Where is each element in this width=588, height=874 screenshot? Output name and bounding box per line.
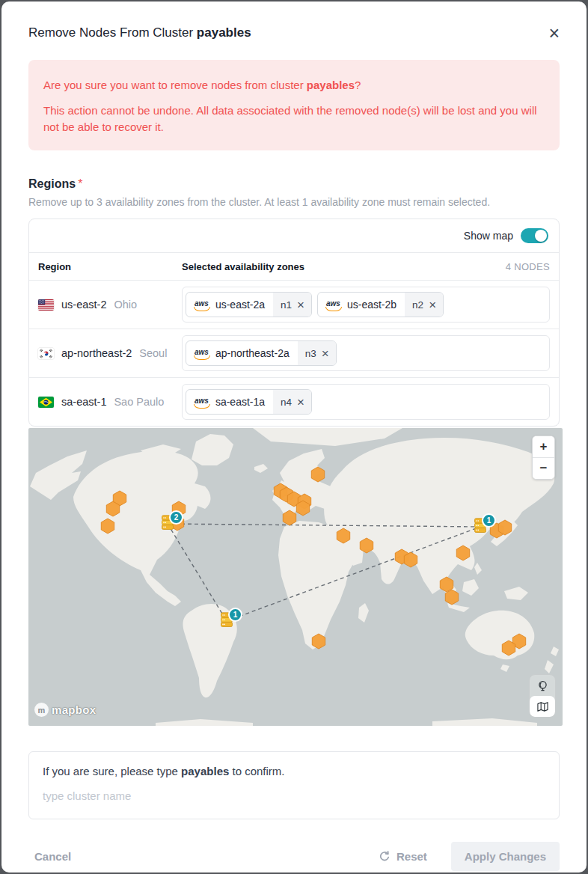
table-row: ap-northeast-2 Seoul awsap-northeast-2a …: [29, 329, 559, 378]
region-hexagon[interactable]: [101, 519, 114, 534]
world-map-canvas: [28, 428, 563, 726]
regions-table: Show map Region Selected availability zo…: [28, 218, 560, 427]
region-hexagon[interactable]: [311, 467, 324, 482]
warning-banner: Are you sure you want to remove nodes fr…: [28, 60, 560, 150]
zones-input[interactable]: awsap-northeast-2a n3×: [182, 335, 550, 371]
zones-input[interactable]: awsus-east-2a n1× awsus-east-2b n2×: [182, 287, 550, 323]
region-hexagon[interactable]: [498, 520, 511, 535]
remove-zone-icon[interactable]: ×: [429, 299, 436, 311]
region-hexagon[interactable]: [283, 510, 295, 525]
aws-logo-icon: aws: [195, 397, 209, 407]
table-row: sa-east-1 Sao Paulo awssa-east-1a n4×: [29, 378, 559, 426]
reset-icon: [379, 851, 391, 863]
toggle-knob: [535, 230, 547, 242]
az-chip-zone: us-east-2b: [347, 299, 396, 311]
reset-label: Reset: [396, 850, 427, 863]
region-hexagon[interactable]: [502, 641, 515, 656]
region-name: us-east-2: [61, 299, 106, 311]
az-chip-zone: us-east-2a: [215, 299, 265, 311]
map-zoom-control: + −: [532, 436, 555, 480]
table-row: us-east-2 Ohio awsus-east-2a n1× awsus-e…: [29, 281, 559, 329]
selected-region-marker[interactable]: 1: [474, 517, 490, 535]
az-chip-zone: sa-east-1a: [215, 396, 265, 408]
az-chip: awsap-northeast-2a n3×: [186, 340, 337, 366]
globe-icon: [536, 679, 549, 692]
region-location: Seoul: [139, 347, 167, 359]
region-hexagon[interactable]: [404, 552, 417, 567]
zoom-in-button[interactable]: +: [533, 436, 554, 457]
confirm-box: If you are sure, please type payables to…: [28, 751, 560, 819]
close-icon[interactable]: ×: [548, 25, 560, 40]
remove-nodes-modal: Remove Nodes From Cluster payables × Are…: [1, 1, 587, 873]
warning-line-1: Are you sure you want to remove nodes fr…: [43, 77, 545, 94]
reset-button[interactable]: Reset: [377, 846, 429, 867]
modal-title: Remove Nodes From Cluster payables: [28, 25, 251, 40]
az-chip: awsus-east-2a n1×: [186, 292, 312, 317]
aws-logo-icon: aws: [195, 349, 209, 358]
zoom-out-button[interactable]: −: [533, 458, 554, 479]
map-view-button[interactable]: [530, 696, 555, 717]
cancel-button[interactable]: Cancel: [28, 846, 77, 867]
world-map[interactable]: 2 1: [28, 428, 563, 726]
modal-title-text: Remove Nodes From Cluster: [28, 25, 193, 40]
region-location: Ohio: [114, 299, 137, 311]
selected-region-marker[interactable]: 2: [161, 514, 177, 532]
mapbox-wordmark: mapbox: [52, 703, 96, 716]
az-chip-node: n4: [281, 397, 292, 408]
modal-footer: Cancel Reset Apply Changes: [28, 842, 560, 873]
region-hexagon[interactable]: [312, 634, 325, 649]
us-flag-icon: [38, 299, 54, 311]
az-chip-node: n2: [412, 299, 423, 311]
nodes-count-label: 4 NODES: [506, 261, 550, 272]
remove-zone-icon[interactable]: ×: [297, 299, 304, 311]
region-hexagon[interactable]: [106, 501, 119, 516]
az-chip-node: n1: [281, 299, 292, 311]
apply-changes-button[interactable]: Apply Changes: [451, 842, 560, 871]
modal-title-cluster-name: payables: [197, 25, 251, 40]
remove-zone-icon[interactable]: ×: [322, 347, 329, 360]
map-projection-control: [529, 674, 556, 718]
az-chip: awssa-east-1a n4×: [186, 389, 312, 415]
aws-logo-icon: aws: [326, 300, 340, 310]
globe-view-button[interactable]: [530, 675, 555, 696]
map-icon: [536, 700, 549, 713]
region-location: Sao Paulo: [114, 396, 164, 408]
az-chip-zone: ap-northeast-2a: [215, 347, 290, 359]
aws-logo-icon: aws: [195, 300, 209, 310]
region-hexagon[interactable]: [337, 528, 349, 543]
zones-input[interactable]: awssa-east-1a n4×: [182, 384, 550, 420]
mapbox-logo-icon: m: [34, 703, 49, 717]
mapbox-attribution[interactable]: m mapbox: [34, 703, 96, 717]
regions-section-label: Regions*: [28, 177, 560, 191]
br-flag-icon: [38, 397, 54, 408]
cluster-link-line: [168, 524, 227, 621]
landmasses: [30, 428, 559, 726]
confirm-label: If you are sure, please type payables to…: [43, 765, 545, 777]
regions-section-description: Remove up to 3 availability zones from t…: [28, 196, 560, 208]
selected-region-marker[interactable]: 1: [220, 611, 236, 629]
show-map-label: Show map: [464, 230, 513, 242]
region-hexagon[interactable]: [456, 546, 469, 560]
az-chip: awsus-east-2b n2×: [317, 292, 444, 317]
required-asterisk: *: [78, 177, 82, 190]
warning-line-2: This action cannot be undone. All data a…: [43, 103, 545, 135]
region-column-header: Region: [38, 261, 182, 272]
kr-flag-icon: [38, 348, 54, 359]
regions-table-toolbar: Show map: [29, 219, 559, 253]
region-name: sa-east-1: [61, 396, 106, 408]
modal-header: Remove Nodes From Cluster payables ×: [1, 1, 587, 60]
zones-column-header: Selected availability zones: [182, 261, 304, 272]
show-map-toggle[interactable]: [521, 228, 548, 243]
az-chip-node: n3: [305, 348, 316, 359]
region-hexagon[interactable]: [296, 501, 309, 516]
cluster-name-confirm-input[interactable]: [43, 788, 545, 804]
regions-table-header: Region Selected availability zones 4 NOD…: [29, 253, 559, 281]
region-hexagon[interactable]: [360, 538, 373, 553]
remove-zone-icon[interactable]: ×: [297, 396, 304, 409]
region-name: ap-northeast-2: [61, 347, 132, 359]
region-hexagon[interactable]: [445, 590, 458, 605]
